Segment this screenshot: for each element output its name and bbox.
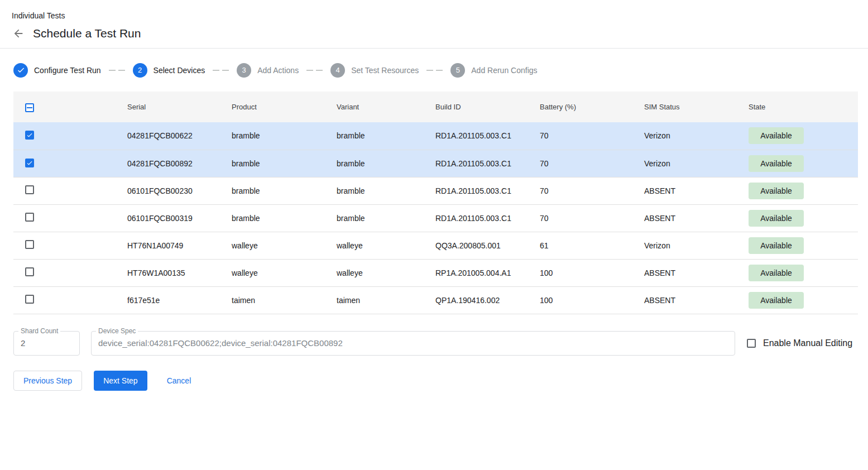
- shard-count-label: Shard Count: [18, 327, 60, 335]
- cell-serial: f617e51e: [127, 286, 232, 314]
- schedule-test-run-page: Individual Tests Schedule a Test Run Con…: [0, 0, 868, 470]
- enable-manual-editing[interactable]: Enable Manual Editing: [747, 331, 852, 356]
- state-badge: Available: [749, 155, 804, 172]
- step-connector: [213, 70, 229, 71]
- enable-manual-editing-label: Enable Manual Editing: [763, 338, 852, 348]
- cell-serial: HT76N1A00749: [127, 232, 232, 259]
- state-badge: Available: [749, 265, 804, 281]
- device-spec-input[interactable]: [98, 338, 728, 348]
- step-3-number: 3: [237, 63, 251, 78]
- step-4-number: 4: [330, 63, 345, 78]
- cell-build-id: QQ3A.200805.001: [435, 232, 540, 259]
- cell-product: walleye: [232, 232, 337, 259]
- cell-serial: 06101FQCB00230: [127, 177, 232, 204]
- previous-step-button[interactable]: Previous Step: [13, 371, 82, 391]
- cell-sim-status: ABSENT: [644, 259, 749, 286]
- cell-variant: bramble: [337, 204, 435, 232]
- state-badge: Available: [749, 292, 804, 309]
- column-header-build-id: Build ID: [435, 92, 540, 122]
- cell-variant: walleye: [337, 259, 435, 286]
- state-badge: Available: [749, 210, 804, 227]
- table-header-row: Serial Product Variant Build ID Battery …: [13, 92, 858, 122]
- device-row[interactable]: HT76N1A00749 walleye walleye QQ3A.200805…: [13, 232, 858, 259]
- step-5-number: 5: [450, 63, 465, 78]
- cell-build-id: RD1A.201105.003.C1: [435, 150, 540, 177]
- row-checkbox[interactable]: [25, 159, 34, 167]
- row-checkbox[interactable]: [25, 213, 34, 222]
- state-badge: Available: [749, 127, 804, 144]
- device-row[interactable]: 04281FQCB00622 bramble bramble RD1A.2011…: [13, 122, 858, 150]
- row-checkbox[interactable]: [25, 267, 34, 276]
- cell-serial: 06101FQCB00319: [127, 204, 232, 232]
- device-row[interactable]: HT76W1A00135 walleye walleye RP1A.201005…: [13, 259, 858, 286]
- page-header: Individual Tests Schedule a Test Run: [0, 0, 868, 48]
- cancel-button[interactable]: Cancel: [162, 371, 196, 391]
- cell-variant: walleye: [337, 232, 435, 259]
- step-connector: [306, 70, 323, 71]
- step-connector: [426, 70, 443, 71]
- cell-variant: bramble: [337, 177, 435, 204]
- stepper-step-add-actions[interactable]: 3 Add Actions: [237, 63, 299, 78]
- cell-build-id: RP1A.201005.004.A1: [435, 259, 540, 286]
- device-table: Serial Product Variant Build ID Battery …: [13, 92, 858, 314]
- cell-sim-status: ABSENT: [644, 177, 749, 204]
- stepper-step-select-devices[interactable]: 2 Select Devices: [133, 63, 205, 78]
- row-checkbox[interactable]: [25, 295, 34, 304]
- device-row[interactable]: 04281FQCB00892 bramble bramble RD1A.2011…: [13, 150, 858, 177]
- cell-serial: 04281FQCB00622: [127, 122, 232, 150]
- step-1-label: Configure Test Run: [34, 66, 101, 75]
- cell-variant: taimen: [337, 286, 435, 314]
- row-checkbox[interactable]: [25, 240, 34, 249]
- action-bar: Previous Step Next Step Cancel: [13, 371, 855, 391]
- cell-sim-status: Verizon: [644, 150, 749, 177]
- column-header-battery: Battery (%): [540, 92, 644, 122]
- cell-battery: 70: [540, 204, 644, 232]
- back-button[interactable]: [12, 27, 25, 40]
- arrow-back-icon: [12, 27, 25, 40]
- stepper-step-configure-test-run[interactable]: Configure Test Run: [13, 63, 101, 78]
- shard-count-input[interactable]: [21, 338, 73, 348]
- cell-product: bramble: [232, 150, 337, 177]
- cell-battery: 70: [540, 122, 644, 150]
- stepper: Configure Test Run 2 Select Devices 3 Ad…: [0, 49, 868, 92]
- cell-variant: bramble: [337, 150, 435, 177]
- column-header-variant: Variant: [337, 92, 435, 122]
- step-2-number: 2: [133, 63, 147, 78]
- cell-battery: 70: [540, 150, 644, 177]
- cell-battery: 100: [540, 259, 644, 286]
- device-row[interactable]: 06101FQCB00230 bramble bramble RD1A.2011…: [13, 177, 858, 204]
- cell-product: walleye: [232, 259, 337, 286]
- shard-count-field: Shard Count: [13, 331, 80, 356]
- cell-product: bramble: [232, 204, 337, 232]
- cell-serial: HT76W1A00135: [127, 259, 232, 286]
- select-all-checkbox[interactable]: [25, 103, 34, 112]
- cell-battery: 61: [540, 232, 644, 259]
- device-spec-field: Device Spec: [91, 331, 735, 356]
- cell-build-id: RD1A.201105.003.C1: [435, 177, 540, 204]
- stepper-step-add-rerun-configs[interactable]: 5 Add Rerun Configs: [450, 63, 537, 78]
- cell-build-id: RD1A.201105.003.C1: [435, 204, 540, 232]
- step-5-label: Add Rerun Configs: [471, 66, 537, 75]
- row-checkbox[interactable]: [25, 185, 34, 194]
- cell-battery: 100: [540, 286, 644, 314]
- device-row[interactable]: 06101FQCB00319 bramble bramble RD1A.2011…: [13, 204, 858, 232]
- step-1-check-icon: [13, 63, 28, 78]
- step-2-label: Select Devices: [154, 66, 205, 75]
- cell-sim-status: Verizon: [644, 232, 749, 259]
- device-spec-label: Device Spec: [96, 327, 138, 335]
- state-badge: Available: [749, 237, 804, 254]
- title-row: Schedule a Test Run: [12, 27, 855, 40]
- row-checkbox[interactable]: [25, 131, 34, 140]
- stepper-step-set-test-resources[interactable]: 4 Set Test Resources: [330, 63, 419, 78]
- step-3-label: Add Actions: [257, 66, 299, 75]
- column-header-sim-status: SIM Status: [644, 92, 749, 122]
- cell-sim-status: Verizon: [644, 122, 749, 150]
- page-title: Schedule a Test Run: [33, 27, 141, 40]
- column-header-product: Product: [232, 92, 337, 122]
- device-row[interactable]: f617e51e taimen taimen QP1A.190416.002 1…: [13, 286, 858, 314]
- step-connector: [109, 70, 125, 71]
- enable-manual-editing-checkbox[interactable]: [747, 339, 756, 348]
- next-step-button[interactable]: Next Step: [94, 371, 147, 391]
- cell-build-id: RD1A.201105.003.C1: [435, 122, 540, 150]
- cell-build-id: QP1A.190416.002: [435, 286, 540, 314]
